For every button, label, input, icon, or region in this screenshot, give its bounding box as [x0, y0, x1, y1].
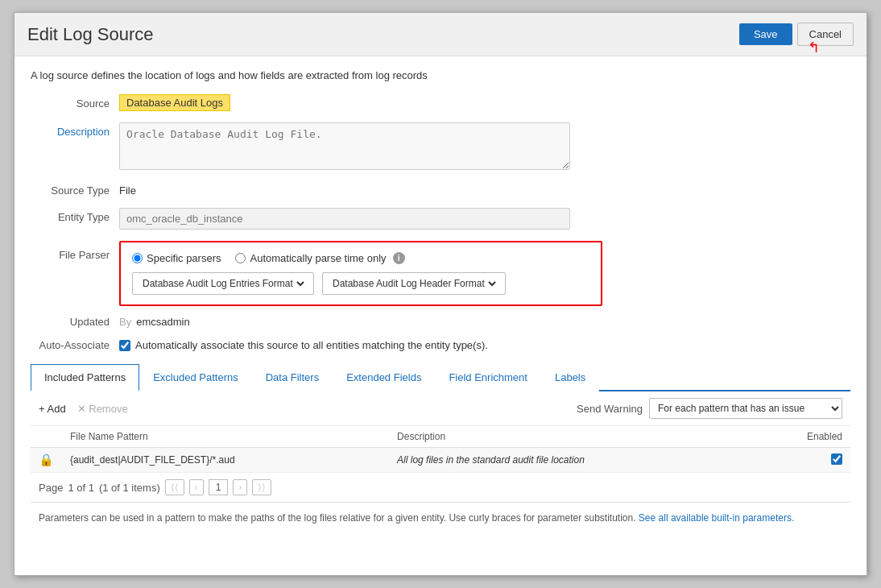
table-header: File Name Pattern Description Enabled	[31, 426, 850, 448]
source-type-value: File	[119, 181, 136, 197]
source-value: Database Audit Logs	[119, 94, 230, 111]
parser-auto-text: Automatically parse time only	[250, 252, 386, 264]
parser-specific-text: Specific parsers	[147, 252, 221, 264]
parser-dropdowns: Database Audit Log Entries Format Databa…	[132, 272, 589, 295]
tabs-bar: Included Patterns Excluded Patterns Data…	[31, 364, 850, 391]
pagination: Page 1 of 1 (1 of 1 items) ⟨⟨ ‹ 1 › ⟩⟩	[31, 473, 850, 502]
updated-by-value: emcsadmin	[136, 316, 189, 328]
parser-auto-label[interactable]: Automatically parse time only i	[235, 252, 404, 264]
entity-type-label: Entity Type	[31, 208, 119, 223]
remove-button[interactable]: ✕ Remove	[77, 403, 128, 415]
send-warning-select[interactable]: For each pattern that has an issue	[649, 398, 842, 419]
col-description: Description	[389, 426, 757, 448]
file-parser-row: File Parser Specific parsers Automatical…	[31, 241, 850, 306]
parser-auto-radio[interactable]	[235, 253, 246, 263]
auto-associate-text: Automatically associate this source to a…	[135, 339, 488, 351]
row-enabled-checkbox[interactable]	[831, 453, 842, 465]
updated-by-label: By	[119, 316, 131, 328]
table-toolbar: + Add ✕ Remove Send Warning For each pat…	[31, 391, 850, 426]
header: Edit Log Source Save Cancel ↰	[14, 13, 867, 56]
cursor-indicator: ↰	[808, 39, 820, 56]
parser-dropdown-header[interactable]: Database Audit Log Header Format	[322, 272, 506, 295]
updated-row: Updated By emcsadmin	[31, 316, 850, 328]
parser-radio-row: Specific parsers Automatically parse tim…	[132, 252, 589, 264]
toolbar-left: + Add ✕ Remove	[39, 403, 128, 415]
tab-excluded-patterns[interactable]: Excluded Patterns	[139, 364, 252, 391]
auto-associate-checkbox[interactable]	[119, 340, 130, 351]
info-text: A log source defines the location of log…	[31, 69, 850, 81]
footer-link[interactable]: See all available built-in parameters.	[639, 512, 794, 524]
items-label: (1 of 1 items)	[99, 482, 160, 494]
add-button[interactable]: + Add	[39, 403, 66, 415]
source-label: Source	[31, 94, 119, 110]
row-pattern: {audit_dest|AUDIT_FILE_DEST}/*.aud	[62, 448, 389, 473]
cancel-button[interactable]: Cancel	[797, 23, 854, 46]
table-row: 🔒 {audit_dest|AUDIT_FILE_DEST}/*.aud All…	[31, 448, 850, 473]
col-icon	[31, 426, 62, 448]
tab-labels[interactable]: Labels	[541, 364, 599, 391]
entity-type-row: Entity Type	[31, 208, 850, 230]
row-description: All log files in the standard audit file…	[389, 448, 757, 473]
description-input[interactable]	[119, 122, 570, 170]
content-area: A log source defines the location of log…	[14, 56, 867, 549]
entity-type-input[interactable]	[119, 208, 570, 230]
last-page-button[interactable]: ⟩⟩	[252, 479, 271, 495]
parser-specific-radio[interactable]	[132, 253, 143, 263]
updated-label: Updated	[31, 316, 119, 328]
parser-dropdown-entries-select[interactable]: Database Audit Log Entries Format	[139, 277, 307, 290]
send-warning-label: Send Warning	[577, 403, 643, 415]
col-file-name-pattern: File Name Pattern	[62, 426, 389, 448]
current-page-text: 1 of 1	[68, 482, 94, 494]
footer-text-before: Parameters can be used	[39, 512, 144, 524]
parser-dropdown-header-select[interactable]: Database Audit Log Header Format	[329, 277, 498, 290]
auto-associate-content: Automatically associate this source to a…	[119, 339, 488, 351]
header-buttons: Save Cancel	[739, 23, 854, 46]
file-parser-label: File Parser	[31, 241, 119, 261]
source-row: Source Database Audit Logs	[31, 94, 850, 111]
lock-icon: 🔒	[39, 453, 54, 466]
description-row: Description	[31, 122, 850, 170]
patterns-table: File Name Pattern Description Enabled 🔒 …	[31, 426, 850, 473]
save-button[interactable]: Save	[739, 23, 792, 45]
row-enabled	[757, 448, 850, 473]
prev-page-button[interactable]: ‹	[189, 479, 204, 495]
description-label: Description	[31, 122, 119, 138]
col-enabled: Enabled	[757, 426, 850, 448]
parser-dropdown-entries[interactable]: Database Audit Log Entries Format	[132, 272, 314, 295]
page-label: Page	[39, 482, 63, 494]
page-title: Edit Log Source	[27, 24, 154, 45]
tab-included-patterns[interactable]: Included Patterns	[31, 364, 139, 391]
next-page-button[interactable]: ›	[233, 479, 247, 495]
tab-extended-fields[interactable]: Extended Fields	[333, 364, 435, 391]
auto-associate-label: Auto-Associate	[31, 339, 119, 351]
footer-text-middle: in a pattern to make the paths of the lo…	[147, 512, 639, 524]
source-type-row: Source Type File	[31, 181, 850, 197]
main-window: Edit Log Source Save Cancel ↰ A log sour…	[14, 12, 867, 576]
parser-specific-label[interactable]: Specific parsers	[132, 252, 221, 264]
footer-note: Parameters can be used in a pattern to m…	[31, 503, 850, 536]
table-body: 🔒 {audit_dest|AUDIT_FILE_DEST}/*.aud All…	[31, 448, 850, 473]
first-page-button[interactable]: ⟨⟨	[165, 479, 184, 495]
info-icon[interactable]: i	[393, 252, 405, 264]
auto-associate-row: Auto-Associate Automatically associate t…	[31, 339, 850, 351]
row-icon: 🔒	[31, 448, 62, 473]
tab-data-filters[interactable]: Data Filters	[252, 364, 333, 391]
current-page-input: 1	[209, 479, 229, 495]
source-type-label: Source Type	[31, 181, 119, 197]
file-parser-box: Specific parsers Automatically parse tim…	[119, 241, 602, 306]
tab-field-enrichment[interactable]: Field Enrichment	[435, 364, 541, 391]
toolbar-right: Send Warning For each pattern that has a…	[577, 398, 842, 419]
